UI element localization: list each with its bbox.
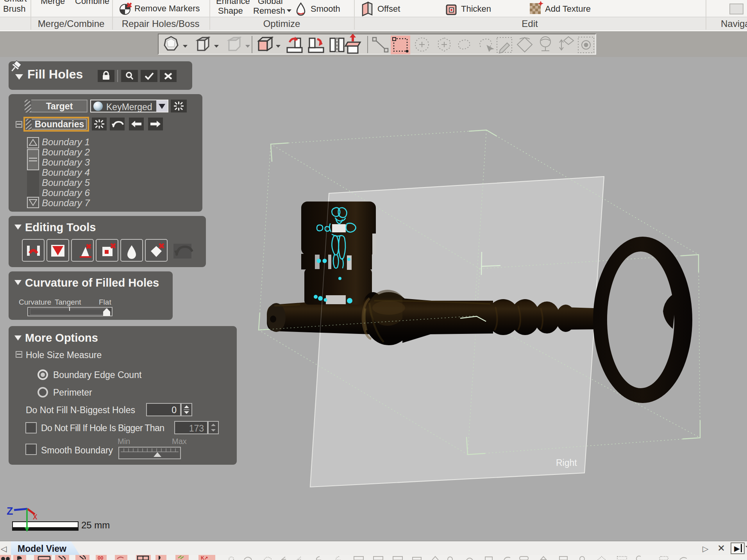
svg-text:00: 00 <box>98 555 103 560</box>
svg-text:25 mm: 25 mm <box>81 520 110 530</box>
svg-text:x: x <box>33 511 38 521</box>
svg-text:K↗: K↗ <box>201 555 208 560</box>
svg-text:Z: Z <box>7 505 13 517</box>
svg-text:Right: Right <box>556 458 577 468</box>
